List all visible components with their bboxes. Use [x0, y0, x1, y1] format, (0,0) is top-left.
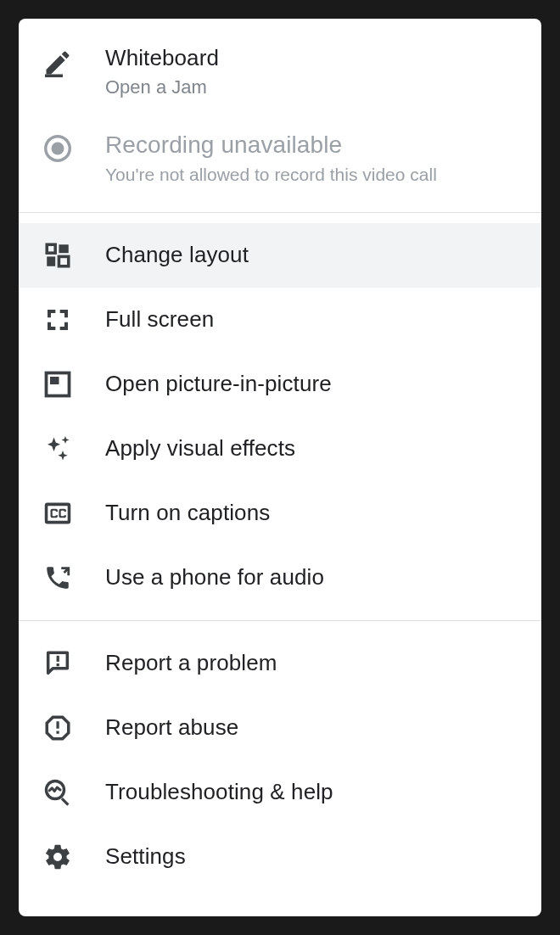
menu-section-support: Report a problem Report abuse [19, 620, 541, 899]
svg-rect-3 [47, 244, 55, 253]
menu-item-text: Troubleshooting & help [105, 778, 524, 807]
svg-rect-13 [56, 731, 59, 734]
svg-rect-12 [56, 721, 59, 729]
menu-section-view: Change layout Full screen Open pictur [19, 212, 541, 620]
phone-forward-icon [42, 563, 73, 593]
menu-item-text: Use a phone for audio [105, 563, 524, 592]
gear-icon [42, 842, 73, 872]
menu-item-subtitle: Open a Jam [105, 75, 524, 100]
svg-rect-9 [47, 505, 70, 523]
menu-item-label: Full screen [105, 305, 524, 334]
menu-item-full-screen[interactable]: Full screen [19, 288, 541, 352]
feedback-icon [42, 648, 73, 679]
whiteboard-icon [42, 48, 73, 78]
menu-item-change-layout[interactable]: Change layout [19, 223, 541, 288]
menu-item-title: Recording unavailable [105, 130, 524, 160]
menu-item-text: Report abuse [105, 714, 524, 742]
menu-item-label: Apply visual effects [105, 434, 524, 463]
svg-rect-10 [57, 656, 59, 662]
menu-item-phone-audio[interactable]: Use a phone for audio [19, 546, 541, 610]
menu-item-label: Troubleshooting & help [105, 778, 524, 807]
captions-icon [42, 498, 73, 529]
layout-icon [42, 240, 73, 271]
menu-item-captions[interactable]: Turn on captions [19, 481, 541, 546]
menu-item-pip[interactable]: Open picture-in-picture [19, 352, 541, 417]
menu-item-whiteboard[interactable]: Whiteboard Open a Jam [19, 29, 541, 115]
menu-item-visual-effects[interactable]: Apply visual effects [19, 417, 541, 481]
menu-item-text: Open picture-in-picture [105, 370, 524, 399]
menu-item-text: Whiteboard Open a Jam [105, 44, 524, 99]
svg-rect-0 [45, 75, 63, 78]
menu-item-label: Turn on captions [105, 499, 524, 528]
menu-item-label: Change layout [105, 241, 524, 270]
menu-item-subtitle: You're not allowed to record this video … [105, 163, 524, 187]
menu-item-label: Settings [105, 843, 524, 871]
menu-item-report-problem[interactable]: Report a problem [19, 631, 541, 696]
menu-item-label: Open picture-in-picture [105, 370, 524, 399]
menu-item-title: Whiteboard [105, 44, 524, 73]
svg-rect-11 [57, 663, 59, 666]
menu-item-label: Use a phone for audio [105, 563, 524, 592]
menu-item-label: Report a problem [105, 649, 524, 678]
menu-item-settings[interactable]: Settings [19, 825, 541, 889]
sparkle-icon [42, 434, 73, 464]
menu-item-text: Turn on captions [105, 499, 524, 528]
fullscreen-icon [42, 305, 73, 335]
menu-item-text: Change layout [105, 241, 524, 270]
menu-item-troubleshooting[interactable]: Troubleshooting & help [19, 760, 541, 825]
menu-item-text: Report a problem [105, 649, 524, 678]
menu-item-label: Report abuse [105, 714, 524, 742]
menu-item-report-abuse[interactable]: Report abuse [19, 696, 541, 760]
menu-item-recording-disabled: Recording unavailable You're not allowed… [19, 115, 541, 202]
svg-rect-5 [47, 257, 55, 266]
troubleshoot-icon [42, 777, 73, 808]
svg-point-2 [52, 143, 64, 155]
menu-item-text: Settings [105, 843, 524, 871]
report-abuse-icon [42, 713, 73, 743]
menu-item-text: Apply visual effects [105, 434, 524, 463]
more-options-menu: Whiteboard Open a Jam Recording unavaila… [19, 19, 541, 916]
menu-item-text: Recording unavailable You're not allowed… [105, 130, 524, 187]
svg-rect-8 [50, 377, 59, 384]
svg-rect-6 [59, 257, 68, 266]
record-icon [42, 133, 73, 164]
pip-icon [42, 369, 73, 400]
menu-item-text: Full screen [105, 305, 524, 334]
svg-rect-4 [59, 244, 68, 253]
menu-section-features: Whiteboard Open a Jam Recording unavaila… [19, 19, 541, 212]
